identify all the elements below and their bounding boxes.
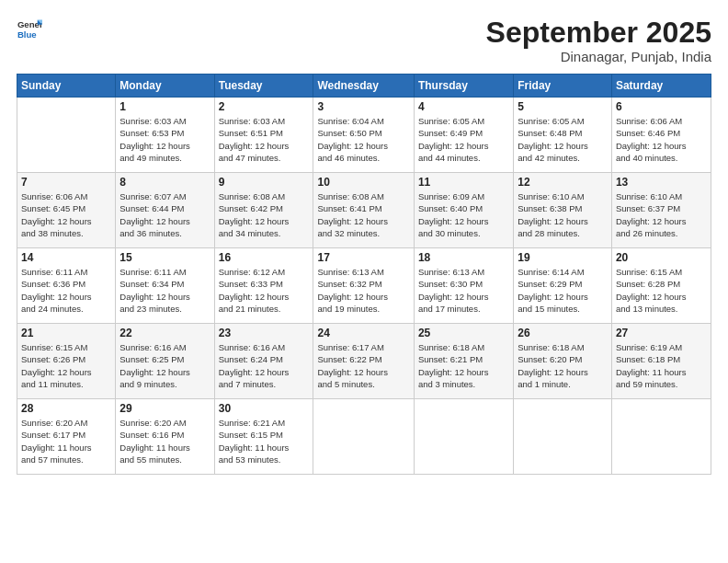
- day-info: Sunrise: 6:06 AMSunset: 6:45 PMDaylight:…: [21, 190, 111, 239]
- calendar-cell: 15Sunrise: 6:11 AMSunset: 6:34 PMDayligh…: [116, 248, 214, 324]
- col-sunday: Sunday: [17, 75, 116, 98]
- day-info: Sunrise: 6:16 AMSunset: 6:24 PMDaylight:…: [219, 341, 310, 390]
- calendar-cell: [611, 399, 711, 475]
- calendar-cell: 29Sunrise: 6:20 AMSunset: 6:16 PMDayligh…: [116, 399, 214, 475]
- day-info: Sunrise: 6:20 AMSunset: 6:17 PMDaylight:…: [21, 417, 111, 465]
- day-number: 21: [21, 327, 111, 339]
- week-row-2: 7Sunrise: 6:06 AMSunset: 6:45 PMDaylight…: [17, 173, 711, 248]
- day-number: 24: [317, 327, 409, 339]
- calendar-cell: 21Sunrise: 6:15 AMSunset: 6:26 PMDayligh…: [17, 324, 116, 399]
- day-number: 27: [616, 327, 707, 339]
- calendar-cell: 12Sunrise: 6:10 AMSunset: 6:38 PMDayligh…: [514, 173, 612, 248]
- day-number: 12: [518, 176, 608, 189]
- day-info: Sunrise: 6:08 AMSunset: 6:41 PMDaylight:…: [317, 190, 409, 239]
- calendar-cell: 18Sunrise: 6:13 AMSunset: 6:30 PMDayligh…: [414, 248, 513, 324]
- day-info: Sunrise: 6:15 AMSunset: 6:26 PMDaylight:…: [21, 341, 111, 390]
- day-number: 5: [518, 100, 608, 113]
- day-info: Sunrise: 6:10 AMSunset: 6:37 PMDaylight:…: [616, 190, 707, 239]
- calendar-cell: 28Sunrise: 6:20 AMSunset: 6:17 PMDayligh…: [17, 399, 116, 475]
- day-number: 11: [418, 176, 509, 189]
- calendar-cell: 16Sunrise: 6:12 AMSunset: 6:33 PMDayligh…: [214, 248, 313, 324]
- header-row: Sunday Monday Tuesday Wednesday Thursday…: [17, 75, 711, 98]
- calendar-cell: 5Sunrise: 6:05 AMSunset: 6:48 PMDaylight…: [514, 98, 612, 173]
- day-number: 7: [21, 176, 111, 189]
- day-info: Sunrise: 6:14 AMSunset: 6:29 PMDaylight:…: [518, 266, 608, 315]
- calendar-cell: 22Sunrise: 6:16 AMSunset: 6:25 PMDayligh…: [116, 324, 214, 399]
- day-number: 15: [119, 251, 210, 264]
- calendar-cell: 11Sunrise: 6:09 AMSunset: 6:40 PMDayligh…: [414, 173, 513, 248]
- day-number: 14: [21, 251, 111, 264]
- day-info: Sunrise: 6:16 AMSunset: 6:25 PMDaylight:…: [119, 341, 210, 390]
- day-number: 2: [219, 100, 310, 113]
- day-number: 9: [219, 176, 310, 189]
- day-number: 10: [317, 176, 409, 189]
- calendar-cell: 3Sunrise: 6:04 AMSunset: 6:50 PMDaylight…: [313, 98, 414, 173]
- col-monday: Monday: [116, 75, 214, 98]
- day-number: 13: [616, 176, 707, 189]
- day-info: Sunrise: 6:03 AMSunset: 6:51 PMDaylight:…: [219, 115, 310, 164]
- title-block: September 2025 Dinanagar, Punjab, India: [486, 17, 711, 64]
- day-number: 20: [616, 251, 707, 264]
- day-info: Sunrise: 6:18 AMSunset: 6:20 PMDaylight:…: [518, 341, 608, 390]
- calendar-cell: 6Sunrise: 6:06 AMSunset: 6:46 PMDaylight…: [611, 98, 711, 173]
- day-number: 3: [317, 100, 409, 113]
- day-info: Sunrise: 6:05 AMSunset: 6:48 PMDaylight:…: [518, 115, 608, 164]
- day-info: Sunrise: 6:10 AMSunset: 6:38 PMDaylight:…: [518, 190, 608, 239]
- day-number: 30: [219, 402, 310, 415]
- svg-text:Blue: Blue: [17, 29, 37, 40]
- day-number: 22: [119, 327, 210, 339]
- day-number: 8: [119, 176, 210, 189]
- calendar-cell: 26Sunrise: 6:18 AMSunset: 6:20 PMDayligh…: [514, 324, 612, 399]
- calendar-cell: 27Sunrise: 6:19 AMSunset: 6:18 PMDayligh…: [611, 324, 711, 399]
- calendar-cell: 20Sunrise: 6:15 AMSunset: 6:28 PMDayligh…: [611, 248, 711, 324]
- logo-icon: General Blue: [17, 17, 42, 42]
- calendar-cell: 1Sunrise: 6:03 AMSunset: 6:53 PMDaylight…: [116, 98, 214, 173]
- day-info: Sunrise: 6:21 AMSunset: 6:15 PMDaylight:…: [219, 417, 310, 465]
- day-info: Sunrise: 6:11 AMSunset: 6:36 PMDaylight:…: [21, 266, 111, 315]
- day-number: 4: [418, 100, 509, 113]
- col-friday: Friday: [514, 75, 612, 98]
- calendar-cell: 24Sunrise: 6:17 AMSunset: 6:22 PMDayligh…: [313, 324, 414, 399]
- day-number: 23: [219, 327, 310, 339]
- calendar-cell: [313, 399, 414, 475]
- week-row-5: 28Sunrise: 6:20 AMSunset: 6:17 PMDayligh…: [17, 399, 711, 475]
- day-info: Sunrise: 6:11 AMSunset: 6:34 PMDaylight:…: [119, 266, 210, 315]
- day-number: 26: [518, 327, 608, 339]
- day-info: Sunrise: 6:07 AMSunset: 6:44 PMDaylight:…: [119, 190, 210, 239]
- calendar-cell: 9Sunrise: 6:08 AMSunset: 6:42 PMDaylight…: [214, 173, 313, 248]
- day-info: Sunrise: 6:12 AMSunset: 6:33 PMDaylight:…: [219, 266, 310, 315]
- calendar-cell: 8Sunrise: 6:07 AMSunset: 6:44 PMDaylight…: [116, 173, 214, 248]
- calendar-cell: 4Sunrise: 6:05 AMSunset: 6:49 PMDaylight…: [414, 98, 513, 173]
- week-row-3: 14Sunrise: 6:11 AMSunset: 6:36 PMDayligh…: [17, 248, 711, 324]
- calendar-cell: 19Sunrise: 6:14 AMSunset: 6:29 PMDayligh…: [514, 248, 612, 324]
- day-number: 17: [317, 251, 409, 264]
- day-number: 29: [119, 402, 210, 415]
- calendar-cell: 13Sunrise: 6:10 AMSunset: 6:37 PMDayligh…: [611, 173, 711, 248]
- day-info: Sunrise: 6:03 AMSunset: 6:53 PMDaylight:…: [119, 115, 210, 164]
- day-info: Sunrise: 6:13 AMSunset: 6:32 PMDaylight:…: [317, 266, 409, 315]
- day-number: 19: [518, 251, 608, 264]
- col-tuesday: Tuesday: [214, 75, 313, 98]
- day-number: 16: [219, 251, 310, 264]
- col-saturday: Saturday: [611, 75, 711, 98]
- week-row-1: 1Sunrise: 6:03 AMSunset: 6:53 PMDaylight…: [17, 98, 711, 173]
- day-info: Sunrise: 6:04 AMSunset: 6:50 PMDaylight:…: [317, 115, 409, 164]
- day-info: Sunrise: 6:15 AMSunset: 6:28 PMDaylight:…: [616, 266, 707, 315]
- calendar-cell: 2Sunrise: 6:03 AMSunset: 6:51 PMDaylight…: [214, 98, 313, 173]
- week-row-4: 21Sunrise: 6:15 AMSunset: 6:26 PMDayligh…: [17, 324, 711, 399]
- day-info: Sunrise: 6:06 AMSunset: 6:46 PMDaylight:…: [616, 115, 707, 164]
- calendar-cell: 23Sunrise: 6:16 AMSunset: 6:24 PMDayligh…: [214, 324, 313, 399]
- day-info: Sunrise: 6:17 AMSunset: 6:22 PMDaylight:…: [317, 341, 409, 390]
- col-thursday: Thursday: [414, 75, 513, 98]
- month-title: September 2025: [486, 17, 711, 49]
- calendar-cell: [17, 98, 116, 173]
- day-number: 28: [21, 402, 111, 415]
- header: General Blue September 2025 Dinanagar, P…: [17, 17, 711, 64]
- day-info: Sunrise: 6:08 AMSunset: 6:42 PMDaylight:…: [219, 190, 310, 239]
- page: General Blue September 2025 Dinanagar, P…: [0, 0, 728, 563]
- calendar-cell: 7Sunrise: 6:06 AMSunset: 6:45 PMDaylight…: [17, 173, 116, 248]
- day-info: Sunrise: 6:18 AMSunset: 6:21 PMDaylight:…: [418, 341, 509, 390]
- day-number: 1: [119, 100, 210, 113]
- logo: General Blue: [17, 17, 42, 42]
- calendar-cell: [414, 399, 513, 475]
